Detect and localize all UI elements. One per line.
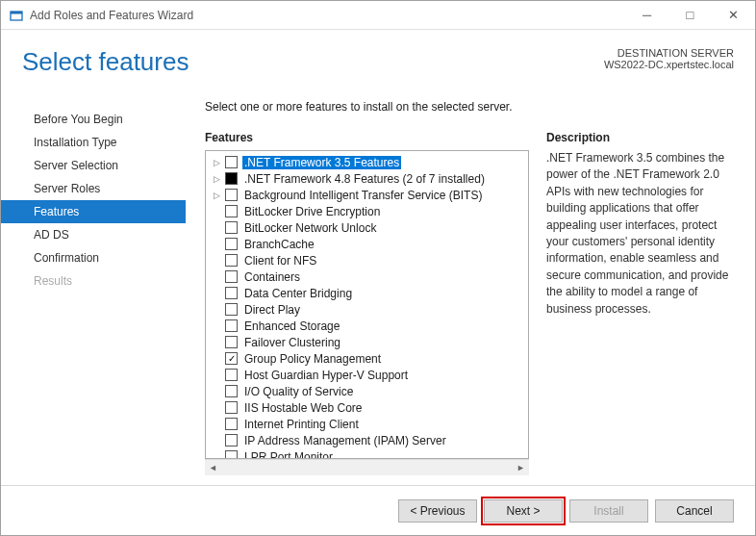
expand-icon <box>212 353 222 364</box>
feature-row[interactable]: BranchCache <box>206 236 528 252</box>
destination-name: WS2022-DC.xpertstec.local <box>604 59 734 70</box>
expand-icon <box>212 435 222 446</box>
expand-icon <box>212 386 222 396</box>
feature-label[interactable]: BitLocker Drive Encryption <box>242 205 382 218</box>
feature-row[interactable]: Internet Printing Client <box>206 416 528 432</box>
feature-checkbox[interactable] <box>225 418 238 430</box>
feature-row[interactable]: Enhanced Storage <box>206 318 528 334</box>
destination-info: DESTINATION SERVER WS2022-DC.xpertstec.l… <box>604 47 734 70</box>
feature-checkbox[interactable] <box>225 319 238 332</box>
feature-checkbox[interactable] <box>225 156 238 168</box>
feature-checkbox[interactable] <box>225 172 238 185</box>
feature-checkbox[interactable] <box>225 369 238 381</box>
feature-row[interactable]: IIS Hostable Web Core <box>206 399 528 416</box>
scroll-left-icon[interactable]: ◄ <box>205 460 221 475</box>
header: Select features DESTINATION SERVER WS202… <box>1 30 755 87</box>
footer: < Previous Next > Install Cancel <box>1 485 755 535</box>
feature-label[interactable]: Direct Play <box>242 303 302 317</box>
feature-row[interactable]: ✓Group Policy Management <box>206 350 528 367</box>
expand-icon[interactable]: ▷ <box>212 190 222 200</box>
feature-checkbox[interactable] <box>225 401 238 414</box>
sidebar-item-features[interactable]: Features <box>1 200 186 223</box>
sidebar-item-before-you-begin[interactable]: Before You Begin <box>1 108 186 131</box>
feature-checkbox[interactable] <box>225 434 238 447</box>
feature-checkbox[interactable] <box>225 385 238 397</box>
feature-label[interactable]: .NET Framework 3.5 Features <box>242 156 401 169</box>
sidebar-item-confirmation[interactable]: Confirmation <box>1 246 186 269</box>
feature-row[interactable]: IP Address Management (IPAM) Server <box>206 432 528 448</box>
main-panel: Select one or more features to install o… <box>186 87 755 485</box>
feature-row[interactable]: Host Guardian Hyper-V Support <box>206 367 528 383</box>
feature-row[interactable]: BitLocker Drive Encryption <box>206 203 528 219</box>
feature-label[interactable]: IIS Hostable Web Core <box>242 401 365 415</box>
close-button[interactable]: ✕ <box>712 1 755 29</box>
feature-row[interactable]: BitLocker Network Unlock <box>206 219 528 236</box>
sidebar-item-server-selection[interactable]: Server Selection <box>1 154 186 177</box>
feature-row[interactable]: ▷.NET Framework 3.5 Features <box>206 154 528 170</box>
feature-checkbox[interactable] <box>225 238 238 250</box>
feature-row[interactable]: Data Center Bridging <box>206 285 528 301</box>
wizard-window: Add Roles and Features Wizard ─ □ ✕ Sele… <box>0 0 756 536</box>
feature-checkbox[interactable] <box>225 287 238 299</box>
expand-icon <box>212 419 222 429</box>
feature-label[interactable]: Host Guardian Hyper-V Support <box>242 369 410 382</box>
description-heading: Description <box>546 131 734 144</box>
expand-icon <box>212 370 222 380</box>
feature-label[interactable]: Background Intelligent Transfer Service … <box>242 189 484 202</box>
feature-label[interactable]: LPR Port Monitor <box>242 450 335 460</box>
feature-label[interactable]: .NET Framework 4.8 Features (2 of 7 inst… <box>242 172 487 186</box>
instruction-text: Select one or more features to install o… <box>205 100 734 114</box>
horizontal-scrollbar[interactable]: ◄ ► <box>205 459 529 475</box>
window-controls: ─ □ ✕ <box>625 1 755 29</box>
scroll-right-icon[interactable]: ► <box>513 460 529 475</box>
feature-label[interactable]: Data Center Bridging <box>242 287 354 300</box>
next-button[interactable]: Next > <box>484 499 563 523</box>
feature-row[interactable]: Direct Play <box>206 301 528 318</box>
feature-label[interactable]: BitLocker Network Unlock <box>242 221 378 235</box>
feature-checkbox[interactable] <box>225 336 238 348</box>
feature-row[interactable]: ▷Background Intelligent Transfer Service… <box>206 187 528 203</box>
feature-row[interactable]: LPR Port Monitor <box>206 448 528 459</box>
feature-label[interactable]: Containers <box>242 270 302 284</box>
sidebar-item-results: Results <box>1 269 186 293</box>
expand-icon <box>212 271 222 282</box>
description-text: .NET Framework 3.5 combines the power of… <box>546 150 734 318</box>
expand-icon[interactable]: ▷ <box>212 157 222 167</box>
feature-checkbox[interactable] <box>225 270 238 283</box>
sidebar-item-server-roles[interactable]: Server Roles <box>1 177 186 200</box>
feature-checkbox[interactable] <box>225 254 238 267</box>
feature-checkbox[interactable] <box>225 221 238 234</box>
feature-label[interactable]: BranchCache <box>242 238 316 251</box>
feature-checkbox[interactable] <box>225 205 238 217</box>
minimize-button[interactable]: ─ <box>625 1 668 29</box>
feature-label[interactable]: Failover Clustering <box>242 336 342 349</box>
feature-checkbox[interactable] <box>225 450 238 459</box>
feature-row[interactable]: Client for NFS <box>206 252 528 268</box>
features-heading: Features <box>205 131 529 144</box>
feature-checkbox[interactable] <box>225 189 238 201</box>
expand-icon <box>212 402 222 413</box>
sidebar-item-installation-type[interactable]: Installation Type <box>1 131 186 154</box>
window-title: Add Roles and Features Wizard <box>30 9 625 22</box>
feature-label[interactable]: Internet Printing Client <box>242 418 361 431</box>
cancel-button[interactable]: Cancel <box>655 499 734 523</box>
feature-row[interactable]: ▷.NET Framework 4.8 Features (2 of 7 ins… <box>206 170 528 187</box>
feature-list[interactable]: ▷.NET Framework 3.5 Features▷.NET Framew… <box>205 150 529 459</box>
feature-label[interactable]: Client for NFS <box>242 254 318 268</box>
feature-label[interactable]: Group Policy Management <box>242 352 383 366</box>
feature-label[interactable]: IP Address Management (IPAM) Server <box>242 434 448 447</box>
feature-label[interactable]: I/O Quality of Service <box>242 385 355 398</box>
sidebar: Before You BeginInstallation TypeServer … <box>1 87 186 485</box>
previous-button[interactable]: < Previous <box>398 499 477 523</box>
maximize-button[interactable]: □ <box>668 1 712 29</box>
feature-checkbox[interactable] <box>225 303 238 316</box>
sidebar-item-ad-ds[interactable]: AD DS <box>1 223 186 246</box>
expand-icon[interactable]: ▷ <box>212 173 222 184</box>
feature-row[interactable]: I/O Quality of Service <box>206 383 528 399</box>
titlebar: Add Roles and Features Wizard ─ □ ✕ <box>1 1 755 30</box>
feature-row[interactable]: Failover Clustering <box>206 334 528 350</box>
feature-checkbox[interactable]: ✓ <box>225 352 238 365</box>
expand-icon <box>212 451 222 459</box>
feature-row[interactable]: Containers <box>206 268 528 285</box>
feature-label[interactable]: Enhanced Storage <box>242 319 341 333</box>
